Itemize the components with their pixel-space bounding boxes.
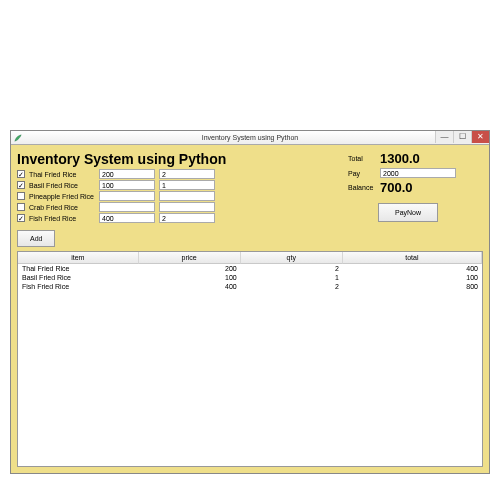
col-total[interactable]: total xyxy=(343,252,482,264)
balance-value: 700.0 xyxy=(380,180,413,195)
qty-input[interactable]: 2 xyxy=(159,213,215,223)
item-label: Basil Fried Rice xyxy=(29,182,95,189)
cell-price: 400 xyxy=(139,282,241,291)
item-row: Thai Fried Rice2002 xyxy=(17,169,338,179)
col-price[interactable]: price xyxy=(139,252,241,264)
qty-input[interactable] xyxy=(159,202,215,212)
cell-total: 100 xyxy=(343,273,482,282)
total-value: 1300.0 xyxy=(380,151,420,166)
item-checkbox[interactable] xyxy=(17,181,25,189)
item-checkbox[interactable] xyxy=(17,192,25,200)
balance-label: Balance xyxy=(348,184,374,191)
item-row: Basil Fried Rice1001 xyxy=(17,180,338,190)
table-row[interactable]: Fish Fried Rice4002800 xyxy=(18,282,482,291)
pay-input[interactable]: 2000 xyxy=(380,168,456,178)
item-label: Crab Fried Rice xyxy=(29,204,95,211)
paynow-button[interactable]: PayNow xyxy=(378,203,438,222)
item-label: Fish Fried Rice xyxy=(29,215,95,222)
titlebar: Inventory System using Python — ☐ ✕ xyxy=(11,131,489,145)
item-checkbox[interactable] xyxy=(17,214,25,222)
maximize-button[interactable]: ☐ xyxy=(453,131,471,143)
cell-item: Basil Fried Rice xyxy=(18,273,139,282)
close-button[interactable]: ✕ xyxy=(471,131,489,143)
table-row[interactable]: Thai Fried Rice2002400 xyxy=(18,264,482,273)
total-label: Total xyxy=(348,155,374,162)
item-checkbox[interactable] xyxy=(17,203,25,211)
pay-label: Pay xyxy=(348,170,374,177)
price-input[interactable] xyxy=(99,202,155,212)
qty-input[interactable] xyxy=(159,191,215,201)
price-input[interactable] xyxy=(99,191,155,201)
cell-qty: 2 xyxy=(241,264,343,273)
add-button[interactable]: Add xyxy=(17,230,55,247)
col-qty[interactable]: qty xyxy=(241,252,343,264)
cell-total: 800 xyxy=(343,282,482,291)
minimize-button[interactable]: — xyxy=(435,131,453,143)
window-title: Inventory System using Python xyxy=(202,134,299,141)
item-checkbox[interactable] xyxy=(17,170,25,178)
order-table: item price qty total Thai Fried Rice2002… xyxy=(17,251,483,467)
cell-item: Fish Fried Rice xyxy=(18,282,139,291)
table-row[interactable]: Basil Fried Rice1001100 xyxy=(18,273,482,282)
price-input[interactable]: 200 xyxy=(99,169,155,179)
app-icon xyxy=(14,134,22,142)
col-item[interactable]: item xyxy=(18,252,139,264)
item-label: Pineapple Fried Rice xyxy=(29,193,95,200)
cell-item: Thai Fried Rice xyxy=(18,264,139,273)
cell-total: 400 xyxy=(343,264,482,273)
cell-price: 200 xyxy=(139,264,241,273)
page-title: Inventory System using Python xyxy=(17,151,338,167)
item-row: Fish Fried Rice4002 xyxy=(17,213,338,223)
cell-price: 100 xyxy=(139,273,241,282)
cell-qty: 2 xyxy=(241,282,343,291)
qty-input[interactable]: 2 xyxy=(159,169,215,179)
qty-input[interactable]: 1 xyxy=(159,180,215,190)
item-row: Crab Fried Rice xyxy=(17,202,338,212)
app-window: Inventory System using Python — ☐ ✕ Inve… xyxy=(10,130,490,474)
item-row: Pineapple Fried Rice xyxy=(17,191,338,201)
price-input[interactable]: 100 xyxy=(99,180,155,190)
price-input[interactable]: 400 xyxy=(99,213,155,223)
cell-qty: 1 xyxy=(241,273,343,282)
item-label: Thai Fried Rice xyxy=(29,171,95,178)
